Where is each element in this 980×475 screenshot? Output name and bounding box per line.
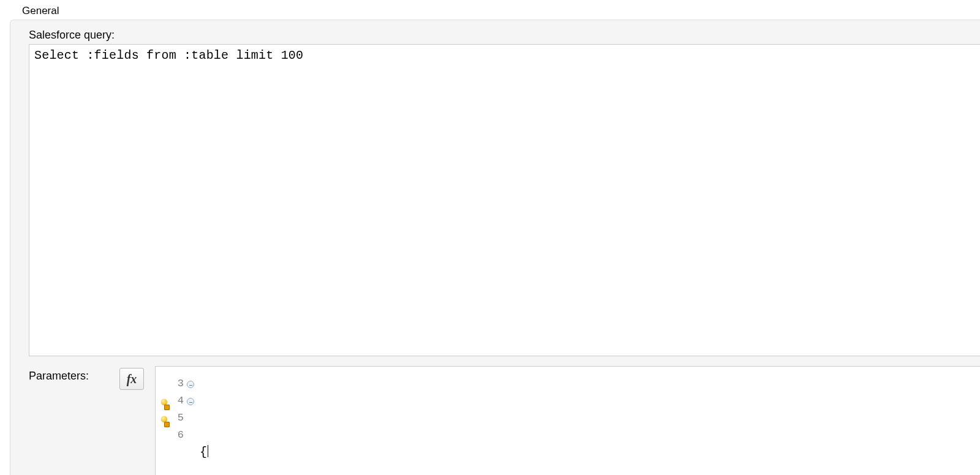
parameters-label: Parameters: — [29, 366, 108, 383]
fold-gutter — [185, 367, 196, 475]
lightbulb-icon[interactable] — [160, 399, 168, 408]
code-area[interactable]: --- { "fields" : vars.salesforceFields r… — [196, 367, 980, 475]
line-number: 5 — [173, 410, 184, 427]
marker-gutter — [156, 367, 173, 475]
tab-general-label[interactable]: General — [0, 5, 980, 20]
query-label: Salesforce query: — [29, 28, 980, 42]
line-number: 4 — [173, 392, 184, 410]
fx-button[interactable]: fx — [119, 368, 144, 390]
general-panel: Salesforce query: Select :fields from :t… — [10, 20, 980, 475]
line-number-gutter: 2 3 4 5 6 — [173, 367, 185, 475]
text-cursor — [208, 445, 208, 457]
fold-toggle-icon[interactable] — [187, 381, 194, 388]
parameters-editor[interactable]: 2 3 4 5 6 --- { "fields" : vars.s — [155, 366, 980, 475]
lightbulb-icon[interactable] — [160, 416, 168, 425]
line-number: 3 — [173, 375, 184, 392]
code-line: --- — [200, 401, 219, 402]
line-number: 6 — [173, 427, 184, 444]
properties-panel: General Salesforce query: Select :fields… — [0, 0, 980, 475]
code-line: { — [200, 444, 980, 461]
line-number: 2 — [178, 367, 184, 367]
fold-toggle-icon[interactable] — [187, 398, 194, 405]
parameters-row: Parameters: fx 2 3 4 5 6 — [29, 366, 980, 475]
salesforce-query-input[interactable]: Select :fields from :table limit 100 — [29, 44, 980, 356]
